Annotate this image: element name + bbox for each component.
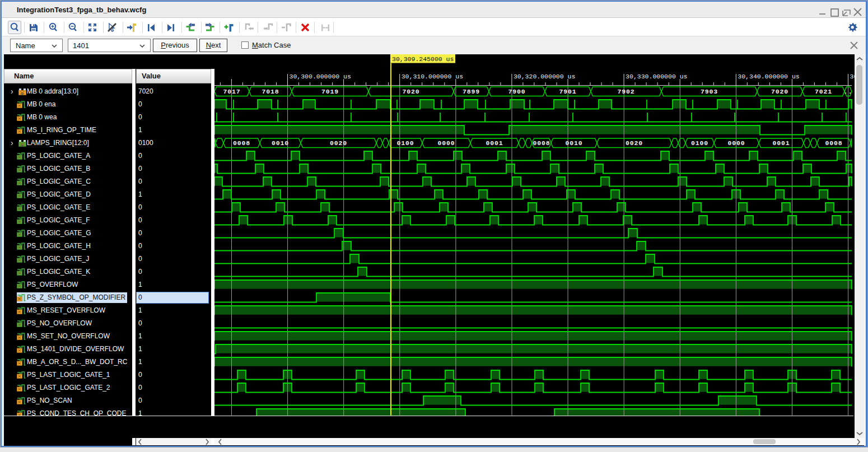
svg-text:0020: 0020 (626, 139, 643, 147)
svg-text:7020: 7020 (403, 88, 420, 95)
svg-text:0020: 0020 (330, 139, 347, 147)
svg-text:0100: 0100 (691, 139, 708, 147)
svg-text:0000: 0000 (728, 139, 745, 147)
svg-text:0001: 0001 (486, 139, 503, 147)
svg-text:7899: 7899 (463, 88, 480, 95)
svg-text:0008: 0008 (825, 139, 843, 147)
svg-text:30,300.000000 us: 30,300.000000 us (290, 73, 351, 80)
svg-text:7903: 7903 (701, 88, 718, 95)
svg-text:30,310.000000 us: 30,310.000000 us (402, 73, 463, 80)
svg-text:7018: 7018 (262, 88, 279, 95)
svg-text:7901: 7901 (559, 88, 577, 95)
svg-text:7900: 7900 (508, 88, 526, 95)
svg-text:7019: 7019 (321, 88, 339, 95)
svg-text:..: .. (844, 88, 852, 95)
svg-text:30,350.000000 us: 30,350.000000 us (850, 73, 855, 80)
svg-text:0100: 0100 (397, 139, 414, 147)
svg-text:0000: 0000 (438, 139, 455, 147)
svg-text:7017: 7017 (223, 88, 241, 95)
svg-text:30,340.000000 us: 30,340.000000 us (738, 73, 799, 80)
svg-text:30,330.000000 us: 30,330.000000 us (626, 73, 687, 80)
svg-text:0010: 0010 (566, 139, 583, 147)
svg-text:7902: 7902 (618, 88, 635, 95)
svg-text:30,309.245000 us: 30,309.245000 us (392, 55, 454, 63)
svg-text:0008: 0008 (533, 139, 550, 147)
svg-text:30,320.000000 us: 30,320.000000 us (514, 73, 575, 80)
svg-text:0001: 0001 (773, 139, 790, 147)
svg-text:7021: 7021 (815, 88, 832, 95)
svg-text:0010: 0010 (272, 139, 289, 147)
svg-text:0008: 0008 (233, 139, 250, 147)
svg-text:7020: 7020 (771, 88, 788, 95)
